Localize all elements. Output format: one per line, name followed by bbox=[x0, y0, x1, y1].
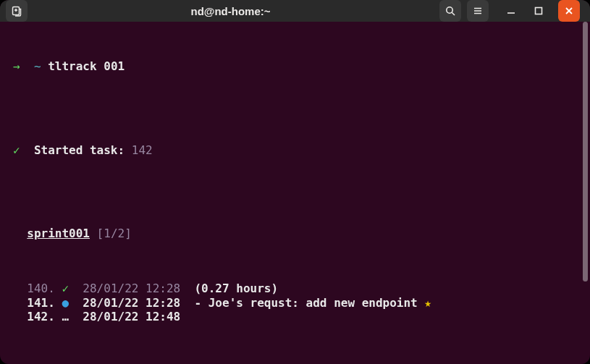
menu-button[interactable] bbox=[467, 0, 489, 22]
task-row: 141. ● 28/01/22 12:28 - Joe's requst: ad… bbox=[13, 296, 577, 310]
task-status-icon: ● bbox=[62, 296, 69, 310]
star-icon: ★ bbox=[418, 296, 431, 310]
task-date: 28/01/22 12:28 bbox=[83, 296, 180, 310]
titlebar: nd@nd-home:~ bbox=[0, 0, 590, 22]
started-id: 142 bbox=[132, 143, 153, 157]
window-title: nd@nd-home:~ bbox=[190, 5, 270, 17]
task-date: 28/01/22 12:28 bbox=[83, 282, 180, 295]
task-detail: (0.27 hours) bbox=[194, 282, 278, 295]
task-num: 140. bbox=[27, 282, 55, 295]
svg-rect-2 bbox=[536, 8, 542, 14]
check-icon: ✓ bbox=[13, 143, 20, 157]
terminal-body[interactable]: → ~ tltrack 001 ✓ Started task: 142 spri… bbox=[0, 22, 590, 364]
task-detail: - Joe's requst: add new endpoint bbox=[194, 296, 417, 310]
close-button[interactable] bbox=[558, 0, 580, 22]
search-button[interactable] bbox=[439, 0, 461, 22]
sprint-count: [1/2] bbox=[97, 227, 132, 240]
task-num: 141. bbox=[27, 296, 55, 310]
sprint-name: sprint001 bbox=[27, 227, 90, 240]
started-line: ✓ Started task: 142 bbox=[13, 143, 577, 157]
task-date: 28/01/22 12:48 bbox=[83, 310, 180, 323]
sprint-header: sprint001 [1/2] bbox=[13, 227, 577, 240]
scrollbar-thumb[interactable] bbox=[583, 22, 588, 282]
svg-point-1 bbox=[447, 7, 452, 13]
minimize-button[interactable] bbox=[503, 3, 519, 19]
task-row: 140. ✓ 28/01/22 12:28 (0.27 hours) bbox=[13, 282, 577, 295]
task-num: 142. bbox=[27, 310, 55, 323]
terminal-window: nd@nd-home:~ bbox=[0, 0, 590, 364]
prompt-line: → ~ tltrack 001 bbox=[13, 59, 577, 73]
prompt-arrow-icon: → bbox=[13, 59, 20, 73]
task-status-icon: … bbox=[62, 310, 69, 323]
command-text: tltrack 001 bbox=[48, 59, 125, 73]
task-status-icon: ✓ bbox=[62, 282, 69, 295]
maximize-button[interactable] bbox=[531, 3, 547, 19]
task-row: 142. … 28/01/22 12:48 bbox=[13, 310, 577, 323]
started-label: Started task: bbox=[34, 143, 125, 157]
new-tab-button[interactable] bbox=[6, 0, 28, 22]
prompt-cwd: ~ bbox=[34, 59, 41, 73]
